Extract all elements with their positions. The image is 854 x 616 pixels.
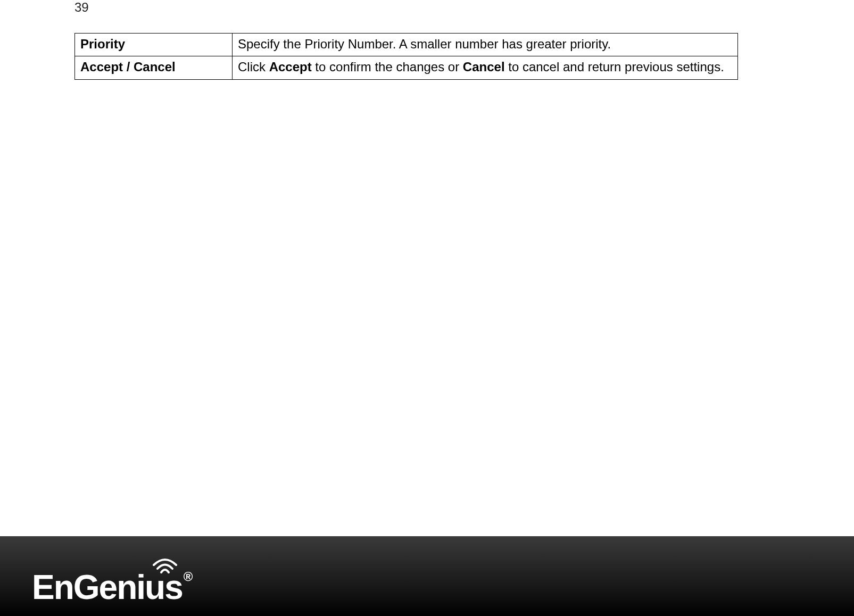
text-fragment: to confirm the changes or xyxy=(312,60,463,74)
bold-cancel: Cancel xyxy=(463,60,505,74)
footer-bar: EnGenius® xyxy=(0,536,854,616)
row-description: Click Accept to confirm the changes or C… xyxy=(233,56,738,79)
table-row: Accept / Cancel Click Accept to confirm … xyxy=(75,56,738,79)
row-label: Accept / Cancel xyxy=(75,56,233,79)
page-number: 39 xyxy=(74,0,89,15)
text-fragment: to cancel and return previous settings. xyxy=(505,60,724,74)
brand-logo: EnGenius® xyxy=(32,570,190,604)
registered-icon: ® xyxy=(184,569,192,584)
bold-accept: Accept xyxy=(269,60,312,74)
definitions-table: Priority Specify the Priority Number. A … xyxy=(74,33,738,80)
text-fragment: Click xyxy=(238,60,269,74)
row-description: Specify the Priority Number. A smaller n… xyxy=(233,34,738,56)
table-row: Priority Specify the Priority Number. A … xyxy=(75,34,738,56)
row-label: Priority xyxy=(75,34,233,56)
logo-text: EnGenius® xyxy=(32,570,190,604)
logo-word: EnGenius xyxy=(32,568,183,606)
